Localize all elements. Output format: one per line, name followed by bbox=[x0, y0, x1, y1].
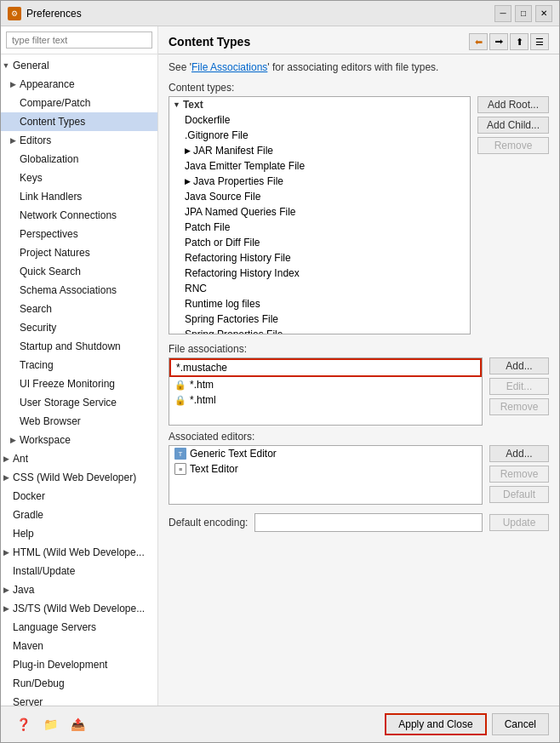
sidebar-item-project-natures[interactable]: ▶ Project Natures bbox=[1, 243, 157, 262]
sidebar-item-help[interactable]: ▶ Help bbox=[1, 524, 157, 543]
content-type-spring-properties[interactable]: Spring Properties File bbox=[169, 327, 470, 334]
nav-menu-button[interactable]: ☰ bbox=[530, 33, 549, 50]
file-assoc-html[interactable]: 🔒 *.html bbox=[169, 392, 482, 408]
content-type-refac-hist[interactable]: Refactoring History File bbox=[169, 250, 470, 266]
encoding-label: Default encoding: bbox=[169, 517, 248, 529]
help-button[interactable]: ❓ bbox=[11, 714, 35, 734]
content-type-jar-manifest[interactable]: ▶ JAR Manifest File bbox=[169, 143, 470, 158]
expand-css-icon[interactable]: ▶ bbox=[1, 472, 11, 483]
sidebar-item-perspectives[interactable]: ▶ Perspectives bbox=[1, 225, 157, 243]
editors-remove-button[interactable]: Remove bbox=[489, 466, 549, 483]
export-button[interactable]: 📁 bbox=[38, 714, 62, 734]
sidebar-item-editors[interactable]: ▶ Editors bbox=[1, 131, 157, 150]
close-button[interactable]: ✕ bbox=[535, 5, 552, 22]
sidebar-item-run-debug[interactable]: ▶ Run/Debug bbox=[1, 674, 157, 693]
editor-text[interactable]: ≡ Text Editor bbox=[169, 461, 482, 477]
minimize-button[interactable]: ─ bbox=[494, 5, 511, 22]
sidebar-item-security[interactable]: ▶ Security bbox=[1, 318, 157, 337]
sidebar-item-ui-freeze[interactable]: ▶ UI Freeze Monitoring bbox=[1, 374, 157, 393]
sidebar-item-html[interactable]: ▶ HTML (Wild Web Develope... bbox=[1, 543, 157, 562]
file-assoc-htm[interactable]: 🔒 *.htm bbox=[169, 377, 482, 392]
sidebar-item-maven[interactable]: ▶ Maven bbox=[1, 637, 157, 655]
editors-list[interactable]: T Generic Text Editor ≡ Text Editor bbox=[169, 445, 483, 505]
title-bar: ⚙ Preferences ─ □ ✕ bbox=[1, 1, 559, 26]
editor-generic-text[interactable]: T Generic Text Editor bbox=[169, 446, 482, 461]
content-type-runtime-log[interactable]: Runtime log files bbox=[169, 296, 470, 311]
sidebar-item-docker[interactable]: ▶ Docker bbox=[1, 487, 157, 506]
sidebar-item-web-browser[interactable]: ▶ Web Browser bbox=[1, 412, 157, 431]
add-child-button[interactable]: Add Child... bbox=[477, 117, 549, 134]
sidebar-item-quick-search[interactable]: ▶ Quick Search bbox=[1, 262, 157, 281]
expand-appearance-icon[interactable]: ▶ bbox=[8, 79, 18, 89]
expand-jsts-icon[interactable]: ▶ bbox=[1, 603, 11, 614]
sidebar-item-compare-patch[interactable]: ▶ Compare/Patch bbox=[1, 94, 157, 112]
assoc-edit-button[interactable]: Edit... bbox=[489, 378, 549, 395]
sidebar-item-java[interactable]: ▶ Java bbox=[1, 580, 157, 599]
file-assoc-list[interactable]: *.mustache 🔒 *.htm 🔒 *.html bbox=[169, 357, 483, 426]
content-type-java-emitter[interactable]: Java Emitter Template File bbox=[169, 158, 470, 174]
nav-up-button[interactable]: ⬆ bbox=[510, 33, 529, 50]
assoc-add-button[interactable]: Add... bbox=[489, 357, 549, 374]
nav-forward-button[interactable]: ⮕ bbox=[489, 33, 508, 50]
expand-jar-icon[interactable]: ▶ bbox=[185, 146, 191, 155]
filter-input[interactable] bbox=[6, 31, 152, 49]
content-type-jpa[interactable]: JPA Named Queries File bbox=[169, 204, 470, 220]
sidebar-item-appearance[interactable]: ▶ Appearance bbox=[1, 75, 157, 94]
sidebar-label-schema: Schema Associations bbox=[18, 283, 118, 297]
sidebar-item-tracing[interactable]: ▶ Tracing bbox=[1, 356, 157, 374]
import-button[interactable]: 📤 bbox=[66, 714, 89, 734]
expand-workspace-icon[interactable]: ▶ bbox=[8, 435, 18, 445]
content-types-list[interactable]: ▼ Text Dockerfile .Gitignore File ▶ JAR … bbox=[169, 96, 471, 334]
maximize-button[interactable]: □ bbox=[515, 5, 532, 22]
sidebar-item-content-types[interactable]: ▶ Content Types bbox=[1, 112, 157, 131]
nav-back-button[interactable]: ⬅ bbox=[469, 33, 488, 50]
editors-default-button[interactable]: Default bbox=[489, 486, 549, 503]
content-type-patch[interactable]: Patch File bbox=[169, 220, 470, 235]
sidebar-item-gradle[interactable]: ▶ Gradle bbox=[1, 506, 157, 524]
editors-add-button[interactable]: Add... bbox=[489, 445, 549, 462]
sidebar-item-network[interactable]: ▶ Network Connections bbox=[1, 206, 157, 225]
remove-content-type-button[interactable]: Remove bbox=[477, 137, 549, 154]
file-associations-link[interactable]: File Associations bbox=[191, 61, 267, 73]
cancel-button[interactable]: Cancel bbox=[492, 713, 549, 735]
assoc-remove-button[interactable]: Remove bbox=[489, 398, 549, 415]
content-type-java-source[interactable]: Java Source File bbox=[169, 189, 470, 204]
sidebar-item-general[interactable]: ▼ General bbox=[1, 56, 157, 75]
sidebar-item-install[interactable]: ▶ Install/Update bbox=[1, 562, 157, 580]
sidebar-item-globalization[interactable]: ▶ Globalization bbox=[1, 150, 157, 169]
encoding-update-button[interactable]: Update bbox=[489, 514, 549, 531]
content-type-refac-index[interactable]: Refactoring History Index bbox=[169, 266, 470, 281]
file-assoc-mustache[interactable]: *.mustache bbox=[169, 358, 482, 377]
sidebar-item-ant[interactable]: ▶ Ant bbox=[1, 449, 157, 468]
expand-ant-icon[interactable]: ▶ bbox=[1, 454, 11, 464]
sidebar-item-server[interactable]: ▶ Server bbox=[1, 693, 157, 706]
sidebar-item-schema[interactable]: ▶ Schema Associations bbox=[1, 281, 157, 300]
expand-html-icon[interactable]: ▶ bbox=[1, 547, 11, 557]
content-type-spring-factories[interactable]: Spring Factories File bbox=[169, 311, 470, 327]
content-type-text[interactable]: ▼ Text bbox=[169, 97, 470, 112]
sidebar-item-startup[interactable]: ▶ Startup and Shutdown bbox=[1, 337, 157, 356]
content-type-gitignore[interactable]: .Gitignore File bbox=[169, 128, 470, 143]
sidebar-item-workspace[interactable]: ▶ Workspace bbox=[1, 431, 157, 449]
encoding-row: Default encoding: Update bbox=[169, 513, 549, 532]
expand-general-icon[interactable]: ▼ bbox=[1, 60, 11, 71]
apply-close-button[interactable]: Apply and Close bbox=[385, 713, 486, 735]
sidebar-item-lang-servers[interactable]: ▶ Language Servers bbox=[1, 618, 157, 637]
expand-text-icon[interactable]: ▼ bbox=[173, 100, 180, 109]
encoding-input[interactable] bbox=[254, 513, 483, 532]
sidebar-item-keys[interactable]: ▶ Keys bbox=[1, 169, 157, 187]
content-type-dockerfile[interactable]: Dockerfile bbox=[169, 112, 470, 128]
sidebar-item-search[interactable]: ▶ Search bbox=[1, 300, 157, 318]
expand-java-prop-icon[interactable]: ▶ bbox=[185, 177, 191, 186]
sidebar-item-user-storage[interactable]: ▶ User Storage Service bbox=[1, 393, 157, 412]
sidebar-item-plugin[interactable]: ▶ Plug-in Development bbox=[1, 655, 157, 674]
expand-java-icon[interactable]: ▶ bbox=[1, 585, 11, 595]
content-type-rnc[interactable]: RNC bbox=[169, 281, 470, 296]
sidebar-item-css[interactable]: ▶ CSS (Wild Web Developer) bbox=[1, 468, 157, 487]
expand-editors-icon[interactable]: ▶ bbox=[8, 135, 18, 146]
add-root-button[interactable]: Add Root... bbox=[477, 96, 549, 113]
content-type-java-properties[interactable]: ▶ Java Properties File bbox=[169, 174, 470, 189]
sidebar-item-jsts[interactable]: ▶ JS/TS (Wild Web Develope... bbox=[1, 599, 157, 618]
sidebar-item-link-handlers[interactable]: ▶ Link Handlers bbox=[1, 187, 157, 206]
content-type-patch-diff[interactable]: Patch or Diff File bbox=[169, 235, 470, 250]
